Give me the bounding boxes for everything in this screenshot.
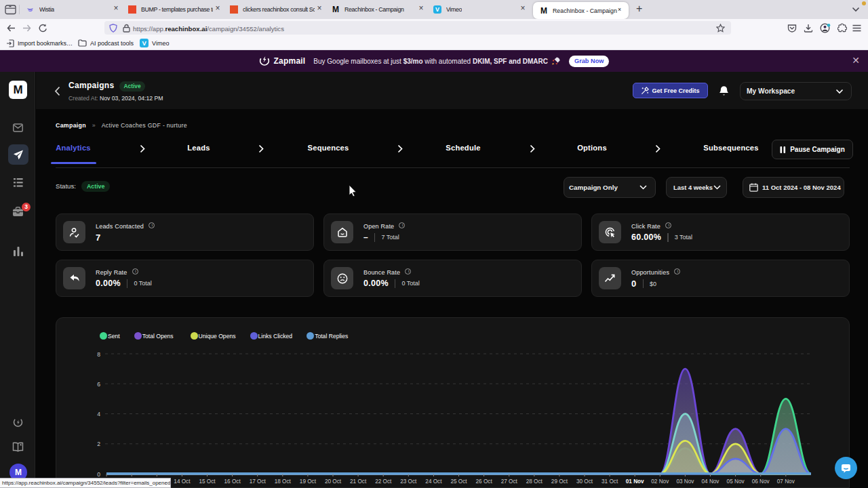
svg-text:23 Oct: 23 Oct (400, 479, 417, 485)
svg-text:14 Oct: 14 Oct (174, 479, 191, 485)
svg-text:29 Oct: 29 Oct (551, 479, 568, 485)
svg-text:27 Oct: 27 Oct (501, 479, 518, 485)
svg-text:21 Oct: 21 Oct (350, 479, 367, 485)
svg-text:06 Nov: 06 Nov (752, 479, 770, 485)
svg-text:07 Nov: 07 Nov (777, 479, 795, 485)
svg-text:4: 4 (97, 411, 100, 418)
svg-text:24 Oct: 24 Oct (425, 479, 442, 485)
svg-text:05 Nov: 05 Nov (727, 479, 745, 485)
svg-text:03 Nov: 03 Nov (676, 479, 694, 485)
svg-text:18 Oct: 18 Oct (275, 479, 292, 485)
svg-text:31 Oct: 31 Oct (601, 479, 618, 485)
svg-text:04 Nov: 04 Nov (702, 479, 720, 485)
svg-text:20 Oct: 20 Oct (325, 479, 342, 485)
svg-text:16 Oct: 16 Oct (224, 479, 241, 485)
svg-text:22 Oct: 22 Oct (375, 479, 392, 485)
svg-text:0: 0 (97, 471, 100, 478)
svg-text:15 Oct: 15 Oct (199, 479, 216, 485)
svg-text:26 Oct: 26 Oct (476, 479, 493, 485)
svg-text:19 Oct: 19 Oct (300, 479, 317, 485)
svg-text:17 Oct: 17 Oct (250, 479, 267, 485)
svg-text:02 Nov: 02 Nov (651, 479, 669, 485)
svg-text:25 Oct: 25 Oct (450, 479, 467, 485)
svg-text:6: 6 (97, 381, 100, 388)
svg-text:8: 8 (97, 351, 100, 358)
svg-text:28 Oct: 28 Oct (526, 479, 543, 485)
svg-text:2: 2 (97, 441, 100, 447)
svg-text:01 Nov: 01 Nov (626, 479, 644, 485)
svg-text:30 Oct: 30 Oct (576, 479, 593, 485)
